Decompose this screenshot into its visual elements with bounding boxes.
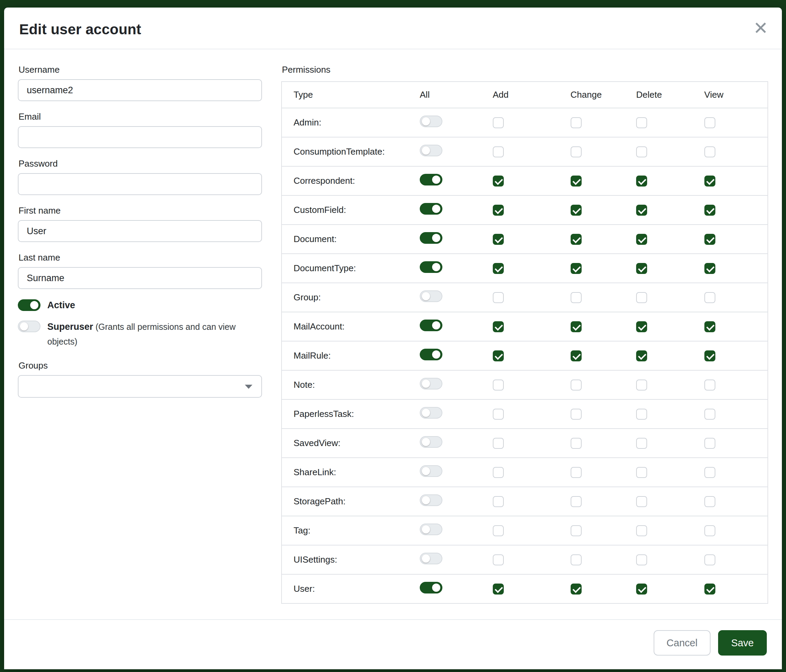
permission-checkbox-change[interactable] (571, 146, 582, 157)
modal-body: Username Email Password First name Last … (4, 49, 782, 619)
email-input[interactable] (18, 126, 262, 148)
permission-checkbox-add[interactable] (493, 525, 504, 536)
username-input[interactable] (18, 79, 262, 101)
password-input[interactable] (18, 173, 262, 195)
permission-checkbox-view[interactable] (704, 584, 715, 595)
permission-toggle-all[interactable] (420, 290, 442, 302)
permission-checkbox-add[interactable] (493, 350, 504, 361)
permission-checkbox-change[interactable] (571, 554, 582, 565)
permission-checkbox-view[interactable] (704, 438, 715, 449)
permission-checkbox-view[interactable] (704, 321, 715, 332)
permission-checkbox-delete[interactable] (636, 176, 647, 187)
permission-checkbox-delete[interactable] (636, 525, 647, 536)
permission-toggle-all[interactable] (420, 116, 442, 127)
superuser-toggle[interactable] (18, 320, 41, 332)
permission-checkbox-delete[interactable] (636, 292, 647, 303)
active-toggle[interactable] (18, 299, 41, 311)
permission-toggle-all[interactable] (420, 174, 442, 185)
permission-checkbox-change[interactable] (571, 380, 582, 391)
permission-checkbox-add[interactable] (493, 263, 504, 274)
permission-checkbox-view[interactable] (704, 263, 715, 274)
permission-toggle-all[interactable] (420, 145, 442, 156)
permission-checkbox-add[interactable] (493, 234, 504, 245)
permission-checkbox-delete[interactable] (636, 117, 647, 128)
cancel-button[interactable]: Cancel (654, 630, 711, 656)
permission-checkbox-add[interactable] (493, 146, 504, 157)
permission-checkbox-change[interactable] (571, 234, 582, 245)
permission-checkbox-change[interactable] (571, 496, 582, 507)
permission-checkbox-delete[interactable] (636, 438, 647, 449)
permission-toggle-all[interactable] (420, 203, 442, 215)
permission-checkbox-change[interactable] (571, 117, 582, 128)
permission-checkbox-delete[interactable] (636, 234, 647, 245)
permission-checkbox-delete[interactable] (636, 409, 647, 420)
permission-checkbox-add[interactable] (493, 117, 504, 128)
permission-checkbox-view[interactable] (704, 409, 715, 420)
permission-checkbox-delete[interactable] (636, 467, 647, 478)
permission-checkbox-change[interactable] (571, 176, 582, 187)
permission-toggle-all[interactable] (420, 407, 442, 419)
permission-checkbox-change[interactable] (571, 409, 582, 420)
permission-checkbox-change[interactable] (571, 467, 582, 478)
permission-checkbox-change[interactable] (571, 205, 582, 216)
permission-checkbox-view[interactable] (704, 380, 715, 391)
permission-checkbox-change[interactable] (571, 438, 582, 449)
permission-toggle-all[interactable] (420, 495, 442, 506)
permission-checkbox-delete[interactable] (636, 146, 647, 157)
permission-checkbox-add[interactable] (493, 380, 504, 391)
close-icon[interactable]: ✕ (753, 19, 768, 37)
permission-checkbox-change[interactable] (571, 321, 582, 332)
permission-type-label: ConsumptionTemplate: (281, 137, 418, 166)
permission-checkbox-change[interactable] (571, 350, 582, 361)
permission-checkbox-delete[interactable] (636, 350, 647, 361)
permission-checkbox-add[interactable] (493, 321, 504, 332)
permission-toggle-all[interactable] (420, 465, 442, 477)
permission-checkbox-view[interactable] (704, 525, 715, 536)
first-name-input[interactable] (18, 220, 262, 242)
permission-checkbox-add[interactable] (493, 438, 504, 449)
save-button[interactable]: Save (718, 630, 767, 656)
permission-checkbox-view[interactable] (704, 146, 715, 157)
permission-checkbox-view[interactable] (704, 117, 715, 128)
permissions-table: Type All Add Change Delete View Admin:Co… (281, 81, 768, 604)
permission-checkbox-add[interactable] (493, 467, 504, 478)
permission-toggle-all[interactable] (420, 553, 442, 564)
permission-toggle-all[interactable] (420, 582, 442, 593)
permission-checkbox-add[interactable] (493, 554, 504, 565)
permission-checkbox-view[interactable] (704, 496, 715, 507)
permission-checkbox-add[interactable] (493, 409, 504, 420)
permission-checkbox-delete[interactable] (636, 584, 647, 595)
permission-checkbox-view[interactable] (704, 467, 715, 478)
permission-toggle-all[interactable] (420, 320, 442, 331)
permission-checkbox-delete[interactable] (636, 380, 647, 391)
permission-checkbox-add[interactable] (493, 496, 504, 507)
permission-checkbox-change[interactable] (571, 292, 582, 303)
permission-checkbox-view[interactable] (704, 205, 715, 216)
permission-checkbox-add[interactable] (493, 205, 504, 216)
permission-toggle-all[interactable] (420, 524, 442, 535)
permission-toggle-all[interactable] (420, 436, 442, 448)
permission-toggle-all[interactable] (420, 261, 442, 273)
permission-toggle-all[interactable] (420, 349, 442, 360)
permission-checkbox-add[interactable] (493, 584, 504, 595)
permission-checkbox-delete[interactable] (636, 321, 647, 332)
last-name-input[interactable] (18, 267, 262, 289)
permission-checkbox-add[interactable] (493, 292, 504, 303)
permission-toggle-all[interactable] (420, 378, 442, 389)
permission-checkbox-view[interactable] (704, 176, 715, 187)
permission-checkbox-delete[interactable] (636, 205, 647, 216)
permission-checkbox-add[interactable] (493, 176, 504, 187)
permission-checkbox-change[interactable] (571, 584, 582, 595)
permission-checkbox-view[interactable] (704, 554, 715, 565)
permission-checkbox-change[interactable] (571, 263, 582, 274)
permission-checkbox-delete[interactable] (636, 263, 647, 274)
permission-checkbox-delete[interactable] (636, 496, 647, 507)
permission-toggle-all[interactable] (420, 232, 442, 244)
permission-checkbox-view[interactable] (704, 292, 715, 303)
permission-checkbox-view[interactable] (704, 350, 715, 361)
permission-checkbox-change[interactable] (571, 525, 582, 536)
permission-type-label: DocumentType: (281, 254, 418, 283)
groups-select[interactable] (18, 375, 262, 398)
permission-checkbox-delete[interactable] (636, 554, 647, 565)
permission-checkbox-view[interactable] (704, 234, 715, 245)
